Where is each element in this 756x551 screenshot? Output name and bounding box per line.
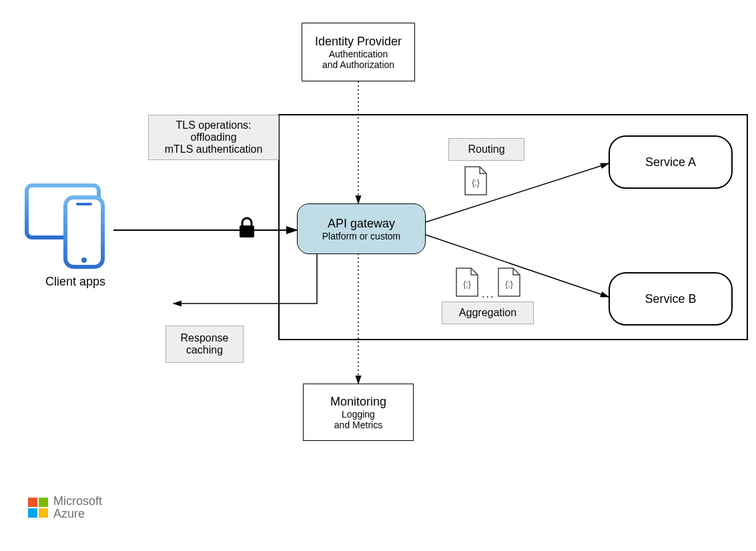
routing-label: Routing <box>468 143 504 155</box>
service-b-label: Service B <box>645 292 696 306</box>
svg-text:{;}: {;} <box>505 280 512 289</box>
gateway-response-return-arrow <box>173 253 317 304</box>
aggregation-doc-icon-1: {;} <box>456 268 478 296</box>
lock-icon <box>240 218 254 237</box>
svg-text:{;}: {;} <box>472 178 479 187</box>
identity-sub2: and Authorization <box>322 59 394 70</box>
svg-text:{;}: {;} <box>463 280 470 289</box>
gateway-to-service-a-arrow <box>426 163 609 222</box>
svg-point-2 <box>90 209 94 213</box>
response-line1: Response <box>180 332 228 344</box>
routing-label-box: Routing <box>448 138 524 161</box>
microsoft-logo-icon <box>28 498 48 518</box>
svg-rect-5 <box>76 203 92 205</box>
tls-operations-box: TLS operations: offloading mTLS authenti… <box>148 115 279 160</box>
aggregation-doc-icon-2: {;} <box>498 268 520 296</box>
gateway-to-service-b-arrow <box>426 235 609 297</box>
brand-text: Microsoft Azure <box>53 495 102 520</box>
tls-line3: mTLS authentication <box>165 143 263 155</box>
aggregation-label: Aggregation <box>459 307 516 319</box>
aggregation-label-box: Aggregation <box>442 302 534 324</box>
gateway-title: API gateway <box>328 217 395 231</box>
monitoring-line2: and Metrics <box>334 420 382 430</box>
tls-line1: TLS operations: <box>176 119 252 131</box>
brand-line2: Azure <box>53 508 102 520</box>
identity-sub1: Authentication <box>329 49 388 59</box>
client-devices-icon <box>27 185 103 267</box>
identity-title: Identity Provider <box>315 35 402 49</box>
svg-rect-0 <box>240 225 254 237</box>
api-gateway-box: API gateway Platform or custom <box>297 203 426 254</box>
service-a-box: Service A <box>609 135 733 189</box>
svg-point-4 <box>81 257 87 263</box>
monitoring-box: Monitoring Logging and Metrics <box>303 384 414 441</box>
client-apps-label: Client apps <box>39 275 112 289</box>
gateway-sub: Platform or custom <box>322 231 400 241</box>
monitoring-line1: Logging <box>342 409 375 420</box>
service-b-box: Service B <box>609 272 733 326</box>
brand-line1: Microsoft <box>53 495 102 508</box>
response-line2: caching <box>186 344 223 356</box>
tls-line2: offloading <box>190 131 236 143</box>
svg-rect-1 <box>27 185 99 237</box>
identity-provider-box: Identity Provider Authentication and Aut… <box>302 23 415 81</box>
response-caching-box: Response caching <box>165 326 244 363</box>
microsoft-azure-brand: Microsoft Azure <box>28 495 102 520</box>
aggregation-ellipsis: ... <box>482 288 494 300</box>
monitoring-title: Monitoring <box>330 395 386 409</box>
svg-rect-3 <box>65 197 103 267</box>
service-a-label: Service A <box>645 155 696 169</box>
routing-doc-icon: {;} <box>465 167 486 195</box>
